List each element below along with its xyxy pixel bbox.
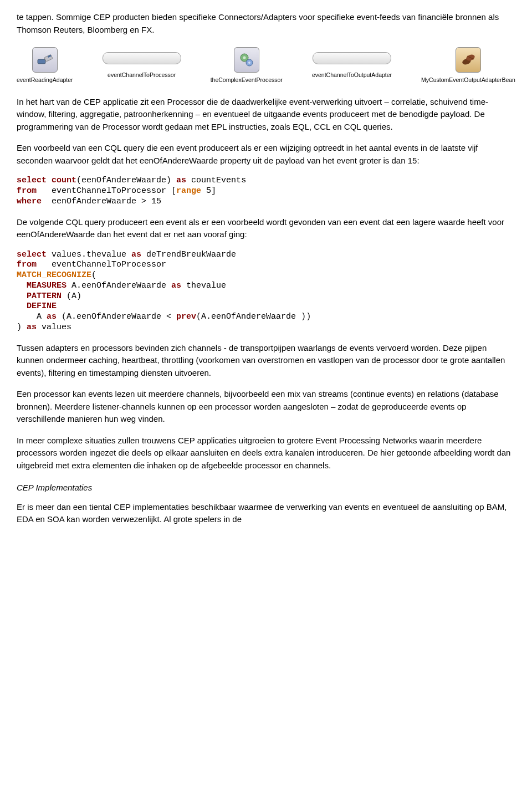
kw: PATTERN: [27, 292, 62, 301]
channel-node: eventChannelToProcessor: [103, 52, 181, 80]
kw: MEASURES: [27, 281, 66, 290]
code-text: (: [91, 270, 96, 280]
kw: as: [176, 176, 186, 185]
kw: as: [47, 312, 57, 321]
channel-shape-icon: [103, 52, 181, 64]
code-text: values.thevalue: [47, 250, 131, 259]
code-text: eventChannelToProcessor: [37, 260, 166, 269]
code-text: (A.eenOfAndereWaarde <: [57, 312, 176, 321]
paragraph: Tussen adapters en processors bevinden z…: [17, 342, 515, 380]
kw: MATCH_RECOGNIZE: [17, 270, 91, 280]
svg-rect-1: [44, 54, 53, 62]
kw: DEFINE: [27, 302, 57, 311]
channel-label: eventChannelToProcessor: [108, 71, 176, 80]
kw: select: [17, 250, 47, 259]
code-text: 5]: [201, 186, 216, 196]
paragraph: In het hart van de CEP applicatie zit ee…: [17, 96, 515, 134]
kw: from: [17, 260, 37, 269]
kw: as: [131, 250, 141, 259]
code-block-2: select values.thevalue as deTrendBreukWa…: [17, 250, 515, 333]
paragraph: Een processor kan events lezen uit meerd…: [17, 388, 515, 426]
code-text: (A.eenOfAndereWaarde )): [196, 312, 311, 321]
code-text: (eenOfAndereWaarde): [76, 176, 171, 185]
code-text: countEvents: [186, 176, 246, 185]
kw: count: [52, 176, 76, 185]
kw: from: [17, 186, 37, 196]
code-text: A: [17, 312, 47, 321]
paragraph: Een voorbeeld van een CQL query die een …: [17, 142, 515, 167]
channel-label: eventChannelToOutputAdapter: [312, 71, 392, 80]
channel-node: eventChannelToOutputAdapter: [312, 52, 392, 80]
usb-adapter-icon: [32, 47, 58, 73]
code-text: ): [17, 323, 27, 332]
bean-icon: [456, 47, 481, 73]
paragraph: te tappen. Sommige CEP producten bieden …: [17, 11, 515, 36]
paragraph: Er is meer dan een tiental CEP implement…: [17, 501, 515, 526]
node-label: theComplexEventProcessor: [211, 76, 283, 85]
section-heading: CEP Implementaties: [17, 482, 515, 494]
svg-point-4: [243, 57, 245, 59]
svg-point-6: [248, 62, 250, 64]
code-text: values: [37, 323, 71, 332]
kw: range: [176, 186, 201, 196]
paragraph: De volgende CQL query produceert een eve…: [17, 216, 515, 241]
adapter-node: eventReadingAdapter: [17, 47, 73, 85]
bean-node: MyCustomEventOutputAdapterBean: [421, 47, 515, 85]
channel-shape-icon: [313, 52, 391, 64]
gear-processor-icon: [234, 47, 259, 73]
kw: as: [27, 323, 37, 332]
code-text: A.eenOfAndereWaarde: [66, 281, 171, 290]
kw: as: [171, 281, 181, 290]
code-text: (A): [62, 292, 81, 301]
node-label: eventReadingAdapter: [17, 76, 73, 85]
code-text: thevalue: [181, 281, 226, 290]
node-label: MyCustomEventOutputAdapterBean: [421, 76, 515, 85]
code-text: deTrendBreukWaarde: [141, 250, 236, 259]
svg-rect-0: [38, 59, 45, 64]
epn-diagram: eventReadingAdapter eventChannelToProces…: [17, 47, 515, 85]
code-block-1: select count(eenOfAndereWaarde) as count…: [17, 176, 515, 207]
kw: prev: [176, 312, 196, 321]
code-text: eventChannelToProcessor [: [37, 186, 176, 196]
paragraph: In meer complexe situaties zullen trouwe…: [17, 435, 515, 472]
kw: select: [17, 176, 47, 185]
code-text: eenOfAndereWaarde > 15: [42, 197, 161, 206]
processor-node: theComplexEventProcessor: [211, 47, 283, 85]
kw: where: [17, 197, 42, 206]
